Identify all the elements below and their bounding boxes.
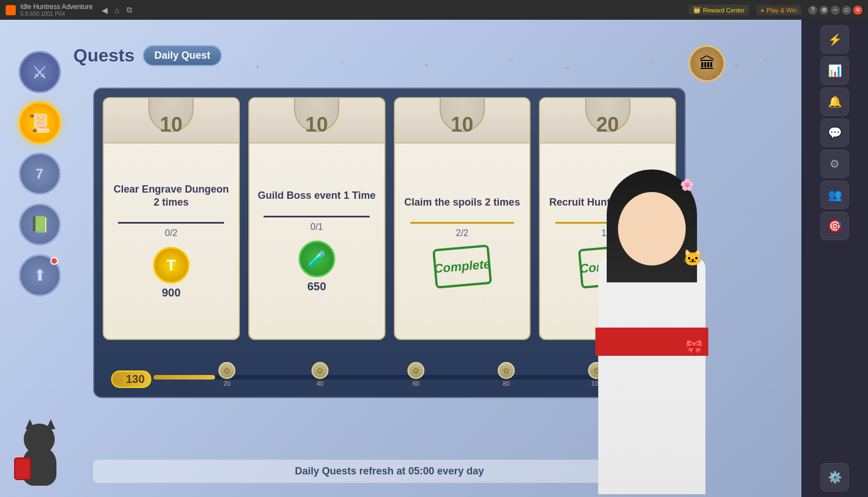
- reward-center-button[interactable]: 👑 Reward Center: [689, 5, 749, 15]
- quest-card-2: 10 Guild Boss event 1 Time 0/1 🧪 650: [248, 97, 385, 340]
- sidebar-item-upgrade[interactable]: ⬆: [19, 254, 61, 297]
- sidebar-icon-1[interactable]: ⚡: [821, 25, 849, 54]
- cat-character: [11, 401, 79, 486]
- sidebar-item-7[interactable]: 7: [19, 152, 61, 195]
- card-1-reward: T 900: [153, 247, 190, 299]
- help-button[interactable]: ?: [808, 6, 817, 15]
- milestone-20-circle: ✿: [218, 362, 235, 379]
- milestone-80-circle: ✿: [498, 362, 515, 379]
- app-title: Idle Huntress Adventure: [20, 3, 93, 11]
- card-1-points: 10: [160, 113, 182, 137]
- gold-coin-icon: T: [166, 256, 176, 274]
- app-icon: [6, 5, 16, 15]
- milestone-40[interactable]: ✿ 40: [312, 362, 328, 387]
- sidebar-item-sword[interactable]: ⚔: [19, 51, 61, 93]
- card-1-reward-amount: 900: [162, 286, 181, 299]
- card-1-reward-icon: T: [153, 247, 190, 284]
- milestone-60-label: 60: [413, 380, 419, 387]
- maximize-button[interactable]: □: [842, 6, 851, 15]
- number-7-icon: 7: [36, 166, 43, 182]
- sidebar-icon-6[interactable]: 👥: [821, 181, 849, 209]
- card-3-points: 10: [451, 113, 474, 137]
- card-3-body: Claim the spoils 2 times 2/2 Complete: [396, 143, 528, 339]
- sword-icon: ⚔: [32, 62, 48, 83]
- title-bar: Idle Huntress Adventure 5.9.600.1001 P64…: [0, 0, 868, 20]
- nav-home[interactable]: ⌂: [115, 6, 119, 15]
- sidebar-icon-7[interactable]: 🎯: [821, 212, 849, 240]
- daily-quest-badge[interactable]: Daily Quest: [143, 45, 221, 66]
- card-1-title: Clear Engrave Dungeon 2 times: [112, 183, 230, 210]
- app-subtitle: 5.9.600.1001 P64: [20, 11, 93, 17]
- milestone-60[interactable]: ✿ 60: [407, 362, 424, 387]
- notification-badge: [50, 257, 58, 265]
- minimize-button[interactable]: ─: [831, 6, 840, 15]
- card-3-complete-stamp: Complete: [432, 245, 492, 289]
- sidebar-settings-icon[interactable]: ⚙️: [821, 463, 849, 491]
- card-1-body: Clear Engrave Dungeon 2 times 0/2 T 900: [104, 143, 239, 339]
- upgrade-icon: ⬆: [33, 266, 46, 285]
- potion-icon: 🧪: [307, 250, 327, 268]
- nav-tabs[interactable]: ⧉: [126, 5, 132, 15]
- right-sidebar: ⚡ 📊 🔔 💬 ⚙ 👥 🎯 ⚙️: [801, 20, 868, 497]
- nav-back[interactable]: ◀: [102, 6, 108, 15]
- milestone-80[interactable]: ✿ 80: [498, 362, 515, 387]
- character-portrait: 🌸 🐱 🎀: [573, 102, 731, 497]
- card-2-divider: [264, 216, 370, 217]
- sidebar-icon-5[interactable]: ⚙: [821, 150, 849, 178]
- quest-scroll-icon: 📜: [28, 112, 51, 134]
- close-button[interactable]: ✕: [853, 6, 862, 15]
- card-2-points: 10: [305, 113, 328, 137]
- orange-dot-icon: ●: [761, 7, 765, 14]
- card-2-progress: 0/1: [310, 222, 323, 232]
- title-bar-right: 👑 Reward Center ● Play & Win ? ⚙ ─ □ ✕: [689, 5, 862, 15]
- sidebar-icon-4[interactable]: 💬: [821, 119, 849, 147]
- card-2-header: 10: [249, 98, 384, 143]
- game-area: ✦ ✧ ✦ ✧ ✦ ✧ ✦ ✧ ✦ ✧ ⚔ 📜 7 📗 ⬆ Quests: [0, 20, 801, 497]
- title-bar-left: Idle Huntress Adventure 5.9.600.1001 P64…: [6, 3, 132, 17]
- current-score-display: ◈ 130: [111, 370, 151, 388]
- milestone-20[interactable]: ✿ 20: [218, 362, 235, 387]
- play-win-button[interactable]: ● Play & Win: [756, 5, 801, 15]
- card-1-header: 10: [104, 98, 239, 143]
- card-1-divider: [118, 222, 224, 224]
- card-1-progress: 0/2: [165, 228, 177, 238]
- milestone-40-circle: ✿: [312, 362, 328, 379]
- window-controls: ? ⚙ ─ □ ✕: [808, 6, 862, 15]
- crown-icon: 👑: [693, 6, 701, 14]
- card-3-header: 10: [395, 98, 530, 143]
- milestone-60-circle: ✿: [407, 362, 424, 379]
- card-4-points: 20: [597, 113, 619, 137]
- page-title: Quests: [73, 45, 134, 66]
- building-icon: 🏛: [699, 54, 715, 73]
- quest-card-1: 10 Clear Engrave Dungeon 2 times 0/2 T 9…: [103, 97, 240, 340]
- card-2-title: Guild Boss event 1 Time: [258, 189, 376, 202]
- milestone-80-label: 80: [503, 380, 510, 387]
- sidebar-icon-3[interactable]: 🔔: [821, 88, 849, 116]
- card-2-reward: 🧪 650: [299, 241, 335, 293]
- card-2-reward-amount: 650: [307, 280, 326, 293]
- progress-fill: [154, 375, 215, 380]
- sidebar-icon-2[interactable]: 📊: [821, 56, 849, 85]
- book-icon: 📗: [30, 215, 50, 234]
- card-3-title: Claim the spoils 2 times: [404, 196, 520, 209]
- milestone-20-label: 20: [223, 380, 230, 387]
- sidebar-item-quest-active[interactable]: 📜: [19, 102, 61, 144]
- milestone-40-label: 40: [317, 380, 323, 387]
- sidebar-item-book[interactable]: 📗: [19, 203, 61, 246]
- settings-button[interactable]: ⚙: [819, 6, 828, 15]
- card-2-body: Guild Boss event 1 Time 0/1 🧪 650: [249, 143, 384, 339]
- card-3-divider: [410, 222, 515, 224]
- card-3-complete-text: Complete: [433, 258, 491, 276]
- card-2-reward-icon: 🧪: [299, 241, 335, 277]
- corner-building-icon[interactable]: 🏛: [689, 45, 725, 82]
- card-3-progress: 2/2: [456, 228, 468, 238]
- header: Quests Daily Quest: [73, 45, 222, 66]
- quest-card-3: 10 Claim the spoils 2 times 2/2 Complete: [394, 97, 531, 340]
- score-value: 130: [124, 373, 147, 386]
